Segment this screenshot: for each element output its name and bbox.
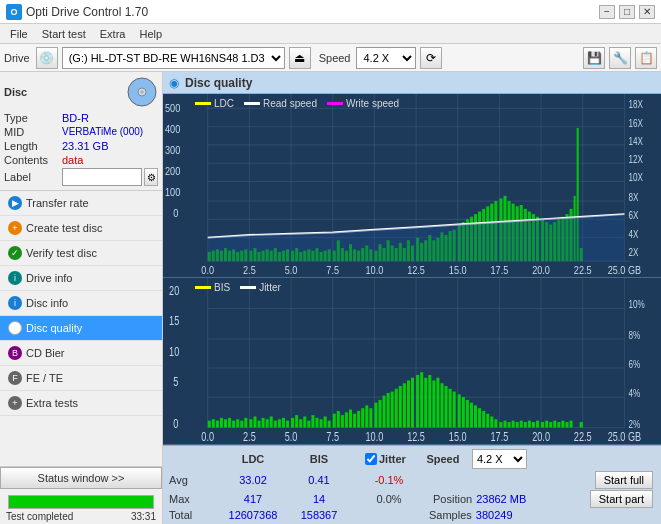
nav-transfer-rate-label: Transfer rate [26, 197, 89, 209]
contents-value: data [62, 154, 83, 166]
svg-rect-216 [357, 411, 360, 428]
nav-fe-te-label: FE / TE [26, 372, 63, 384]
upper-chart-legend: LDC Read speed Write speed [195, 98, 399, 109]
start-part-button[interactable]: Start part [590, 490, 653, 508]
svg-rect-197 [278, 419, 281, 427]
drive-icon-btn[interactable]: 💿 [36, 47, 58, 69]
chart-header-icon: ◉ [169, 76, 179, 90]
mid-value: VERBATiMe (000) [62, 126, 143, 138]
nav-disc-info[interactable]: i Disc info [0, 291, 162, 316]
svg-text:17.5: 17.5 [491, 430, 509, 444]
svg-rect-247 [486, 414, 489, 428]
menu-extra[interactable]: Extra [94, 27, 132, 41]
titlebar-controls[interactable]: − □ ✕ [599, 5, 655, 19]
svg-rect-268 [580, 422, 583, 428]
svg-text:5: 5 [173, 374, 178, 388]
maximize-button[interactable]: □ [619, 5, 635, 19]
upper-chart-svg: 500 400 300 200 100 0 18X 16X 14X 12X 10… [163, 94, 661, 277]
svg-text:0: 0 [173, 416, 178, 430]
svg-text:200: 200 [165, 164, 180, 177]
svg-rect-244 [474, 405, 477, 427]
disc-label-input[interactable] [62, 168, 142, 186]
svg-rect-262 [549, 422, 552, 428]
svg-text:20.0: 20.0 [532, 263, 550, 276]
nav-extra-tests[interactable]: + Extra tests [0, 391, 162, 416]
svg-rect-263 [553, 420, 556, 427]
minimize-button[interactable]: − [599, 5, 615, 19]
close-button[interactable]: ✕ [639, 5, 655, 19]
disc-label-button[interactable]: ⚙ [144, 168, 158, 186]
drive-select[interactable]: (G:) HL-DT-ST BD-RE WH16NS48 1.D3 [62, 47, 285, 69]
progress-bar [9, 496, 153, 508]
nav-create-test-disc[interactable]: + Create test disc [0, 216, 162, 241]
svg-rect-207 [320, 419, 323, 427]
nav-transfer-rate[interactable]: ▶ Transfer rate [0, 191, 162, 216]
svg-rect-210 [333, 414, 336, 428]
svg-rect-183 [220, 418, 223, 428]
start-full-button[interactable]: Start full [595, 471, 653, 489]
svg-rect-251 [503, 420, 506, 427]
svg-text:6%: 6% [628, 358, 640, 371]
legend-ldc: LDC [195, 98, 234, 109]
menubar: File Start test Extra Help [0, 24, 661, 44]
svg-rect-231 [420, 372, 423, 427]
app-title: Opti Drive Control 1.70 [26, 5, 148, 19]
disc-image-icon [126, 76, 158, 108]
svg-rect-184 [224, 419, 227, 427]
svg-rect-199 [286, 420, 289, 427]
save-button[interactable]: 📋 [635, 47, 657, 69]
eject-button[interactable]: ⏏ [289, 47, 311, 69]
status-window-button[interactable]: Status window >> [0, 467, 162, 489]
svg-text:2X: 2X [628, 247, 639, 258]
speed-select-toolbar[interactable]: 4.2 X [356, 47, 416, 69]
settings-button[interactable]: 💾 [583, 47, 605, 69]
fe-te-icon: F [8, 371, 22, 385]
svg-rect-238 [449, 389, 452, 428]
svg-rect-209 [328, 420, 331, 427]
disc-panel: Disc Type BD-R MID VERBATiMe (000) Lengt [0, 72, 162, 191]
svg-rect-198 [282, 418, 285, 428]
nav-cd-bier[interactable]: B CD Bier [0, 341, 162, 366]
svg-rect-240 [458, 394, 461, 427]
speed-select-stats[interactable]: 4.2 X [472, 449, 527, 469]
svg-text:10%: 10% [628, 298, 645, 311]
svg-text:22.5: 22.5 [574, 263, 592, 276]
nav-disc-quality[interactable]: ◉ Disc quality [0, 316, 162, 341]
svg-text:15.0: 15.0 [449, 263, 467, 276]
svg-text:8X: 8X [628, 192, 639, 203]
svg-text:12.5: 12.5 [407, 430, 425, 444]
svg-rect-250 [499, 422, 502, 428]
jitter-checkbox[interactable] [365, 453, 377, 465]
position-label: Position [433, 493, 472, 505]
svg-rect-196 [274, 420, 277, 427]
nav-verify-test-disc[interactable]: ✓ Verify test disc [0, 241, 162, 266]
svg-rect-190 [249, 419, 252, 427]
nav-drive-info[interactable]: i Drive info [0, 266, 162, 291]
svg-rect-243 [470, 402, 473, 427]
svg-rect-212 [341, 415, 344, 427]
menu-file[interactable]: File [4, 27, 34, 41]
svg-rect-226 [399, 386, 402, 428]
refresh-button[interactable]: ⟳ [420, 47, 442, 69]
svg-rect-182 [216, 420, 219, 427]
svg-rect-203 [303, 416, 306, 427]
status-area: Status window >> Test completed 33:31 [0, 466, 162, 524]
svg-rect-242 [466, 400, 469, 428]
svg-rect-241 [462, 397, 465, 427]
svg-rect-192 [258, 420, 261, 427]
svg-text:5.0: 5.0 [285, 430, 298, 444]
total-bis: 158367 [289, 509, 349, 521]
svg-text:25.0 GB: 25.0 GB [608, 430, 642, 444]
menu-help[interactable]: Help [133, 27, 168, 41]
max-ldc: 417 [217, 493, 289, 505]
svg-rect-237 [445, 386, 448, 428]
stats-bar: LDC BIS Jitter Speed 4.2 X Avg 33.02 0. [163, 445, 661, 524]
svg-rect-265 [561, 420, 564, 427]
nav-fe-te[interactable]: F FE / TE [0, 366, 162, 391]
menu-start-test[interactable]: Start test [36, 27, 92, 41]
svg-rect-204 [307, 420, 310, 427]
svg-rect-261 [545, 420, 548, 427]
svg-text:14X: 14X [628, 136, 643, 147]
tools-button[interactable]: 🔧 [609, 47, 631, 69]
svg-text:7.5: 7.5 [326, 430, 339, 444]
